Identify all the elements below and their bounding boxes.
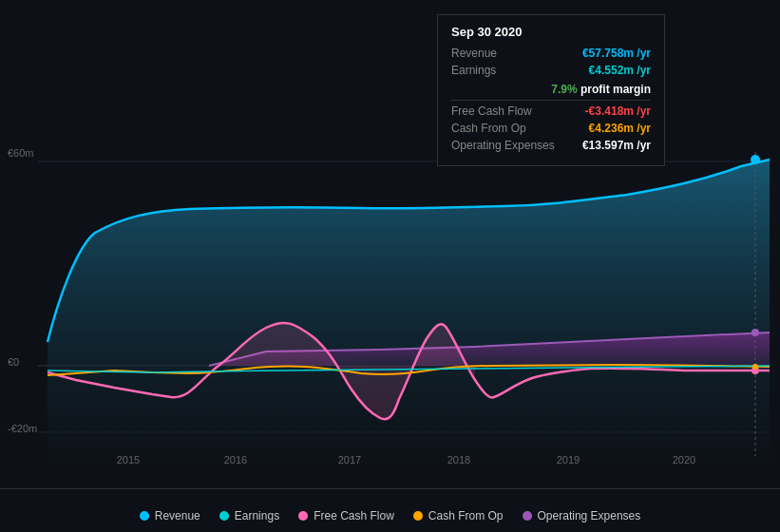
chart-legend-divider [0,488,780,489]
y-label-60m: €60m [8,147,34,159]
tooltip-date: Sep 30 2020 [451,25,651,39]
legend-label-cashfromop: Cash From Op [428,509,504,522]
cashfromop-dot [752,364,758,370]
tooltip-row-earnings: Earnings €4.552m /yr [451,64,651,77]
legend-dot-fcf [298,511,308,521]
legend-label-revenue: Revenue [155,509,200,522]
legend-dot-earnings [219,511,229,521]
tooltip-row-fcf: Free Cash Flow -€3.418m /yr [451,100,651,118]
tooltip-label-revenue: Revenue [451,47,546,60]
x-label-2017: 2017 [338,454,361,466]
tooltip-value-fcf: -€3.418m /yr [585,104,651,118]
x-label-2015: 2015 [117,454,140,466]
tooltip-label-cashfromop: Cash From Op [451,122,546,135]
profit-margin: 7.9% profit margin [551,83,651,96]
legend-dot-revenue [140,511,149,521]
legend-label-opex: Operating Expenses [538,509,641,522]
tooltip-card: Sep 30 2020 Revenue €57.758m /yr Earning… [437,14,665,166]
y-label-0: €0 [8,356,19,368]
tooltip-label-earnings: Earnings [451,64,546,77]
tooltip-value-earnings: €4.552m /yr [589,64,651,77]
legend-dot-opex [523,511,532,521]
legend-item-cashfromop[interactable]: Cash From Op [413,509,504,522]
tooltip-row-cashfromop: Cash From Op €4.236m /yr [451,122,651,135]
legend-item-opex[interactable]: Operating Expenses [523,509,641,522]
x-label-2018: 2018 [447,454,470,466]
chart-legend: Revenue Earnings Free Cash Flow Cash Fro… [0,509,780,522]
tooltip-row-margin: 7.9% profit margin [451,81,651,96]
tooltip-value-cashfromop: €4.236m /yr [589,122,651,135]
legend-item-revenue[interactable]: Revenue [140,509,200,522]
x-label-2019: 2019 [557,454,580,466]
legend-item-fcf[interactable]: Free Cash Flow [298,509,394,522]
revenue-area [48,160,770,466]
legend-label-earnings: Earnings [235,509,279,522]
tooltip-label-fcf: Free Cash Flow [451,104,546,118]
tooltip-value-revenue: €57.758m /yr [582,47,651,60]
opex-dot [751,329,759,336]
legend-item-earnings[interactable]: Earnings [219,509,279,522]
y-label-neg20m: -€20m [8,423,37,434]
tooltip-value-opex: €13.597m /yr [582,139,651,152]
revenue-dot [751,155,760,164]
legend-dot-cashfromop [413,511,423,521]
x-label-2020: 2020 [673,454,695,466]
tooltip-row-opex: Operating Expenses €13.597m /yr [451,139,651,152]
tooltip-label-opex: Operating Expenses [451,139,555,152]
tooltip-row-revenue: Revenue €57.758m /yr [451,47,651,60]
x-label-2016: 2016 [224,454,247,466]
legend-label-fcf: Free Cash Flow [314,509,394,522]
